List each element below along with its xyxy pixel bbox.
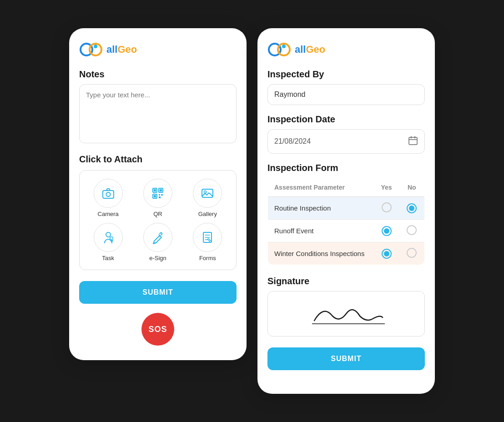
row-parameter-2: Runoff Event [268, 220, 374, 242]
esign-label: e-Sign [149, 255, 166, 261]
svg-rect-12 [161, 194, 163, 196]
inspected-by-value: Raymond [274, 90, 305, 99]
inspection-date-label: Inspection Date [267, 114, 425, 125]
radio-yes-2[interactable] [382, 226, 392, 236]
row-no-1[interactable] [399, 197, 425, 220]
right-phone-card: allGeo Inspected By Raymond Inspection D… [257, 28, 435, 394]
task-label: Task [102, 255, 114, 261]
table-row: Runoff Event [268, 220, 425, 242]
esign-circle [143, 223, 172, 252]
svg-point-2 [94, 45, 97, 48]
attach-gallery[interactable]: Gallery [186, 179, 230, 217]
qr-icon [151, 186, 165, 201]
task-icon [101, 230, 116, 245]
logo-right: allGeo [267, 41, 425, 58]
svg-point-15 [204, 191, 207, 193]
attach-forms[interactable]: Forms [186, 223, 230, 261]
radio-yes-1[interactable] [382, 202, 392, 212]
row-yes-3[interactable] [374, 242, 399, 265]
svg-rect-9 [160, 189, 162, 191]
sos-button[interactable]: SOS [141, 313, 174, 346]
radio-no-1[interactable] [407, 203, 417, 213]
inspected-by-field[interactable]: Raymond [267, 84, 425, 105]
camera-circle [94, 179, 123, 208]
svg-point-4 [106, 192, 110, 196]
sos-container: SOS [79, 313, 237, 346]
row-no-3[interactable] [399, 242, 425, 265]
allgeo-logo-icon-right [267, 41, 291, 58]
logo-text-right: allGeo [295, 44, 325, 55]
inspection-date-field[interactable]: 21/08/2024 [267, 129, 425, 154]
svg-point-16 [106, 232, 111, 237]
logo-text-left: allGeo [106, 44, 137, 55]
radio-inner-yes-3 [384, 251, 389, 256]
gallery-icon [200, 186, 215, 201]
radio-inner-no-1 [409, 206, 414, 211]
forms-circle [193, 223, 222, 252]
radio-inner-yes-2 [384, 228, 389, 234]
qr-label: QR [153, 211, 162, 217]
attach-box: Camera [79, 170, 237, 270]
inspection-table: Assessment Parameter Yes No Routine Insp… [267, 178, 425, 265]
attach-task[interactable]: Task [86, 223, 130, 261]
attach-label: Click to Attach [79, 154, 237, 165]
signature-label: Signature [267, 276, 425, 286]
row-parameter-3: Winter Conditions Inspections [268, 242, 374, 265]
table-row: Routine Inspection [268, 197, 425, 220]
table-row: Winter Conditions Inspections [268, 242, 425, 265]
signature-box[interactable] [267, 291, 425, 337]
svg-rect-8 [154, 189, 156, 191]
camera-label: Camera [98, 211, 119, 217]
gallery-circle [193, 179, 222, 208]
inspection-date-value: 21/08/2024 [274, 137, 311, 146]
esign-icon [151, 230, 165, 245]
col-header-parameter: Assessment Parameter [268, 178, 374, 197]
row-yes-2[interactable] [374, 220, 399, 242]
inspected-by-label: Inspected By [267, 69, 425, 80]
svg-rect-11 [159, 194, 160, 196]
submit-button-left[interactable]: SUBMIT [79, 281, 237, 304]
forms-icon [200, 230, 215, 245]
radio-yes-3[interactable] [382, 249, 392, 259]
svg-rect-25 [409, 137, 417, 145]
row-no-2[interactable] [399, 220, 425, 242]
svg-rect-3 [103, 191, 114, 198]
col-header-no: No [399, 178, 425, 197]
row-parameter-1: Routine Inspection [268, 197, 374, 220]
svg-rect-14 [202, 189, 213, 197]
attach-esign[interactable]: e-Sign [136, 223, 180, 261]
row-yes-1[interactable] [374, 197, 399, 220]
forms-label: Forms [199, 255, 216, 261]
task-circle [94, 223, 123, 252]
radio-no-3[interactable] [407, 248, 417, 258]
attach-camera[interactable]: Camera [86, 179, 130, 217]
gallery-label: Gallery [198, 211, 217, 217]
signature-svg [301, 296, 392, 332]
calendar-icon [408, 136, 418, 147]
radio-no-2[interactable] [407, 225, 417, 235]
qr-circle [143, 179, 172, 208]
logo-left: allGeo [79, 41, 237, 58]
svg-rect-10 [154, 195, 156, 197]
allgeo-logo-icon-left [79, 41, 103, 58]
submit-button-right[interactable]: SUBMIT [267, 347, 425, 370]
app-wrapper: allGeo Notes Click to Attach [51, 10, 453, 412]
camera-icon [101, 186, 116, 201]
notes-textarea[interactable] [79, 84, 237, 143]
attach-grid: Camera [86, 179, 230, 261]
svg-point-24 [282, 45, 286, 48]
attach-qr[interactable]: QR [136, 179, 180, 217]
svg-rect-13 [159, 196, 161, 198]
col-header-yes: Yes [374, 178, 399, 197]
inspection-form-label: Inspection Form [267, 163, 425, 173]
notes-label: Notes [79, 69, 237, 80]
left-phone-card: allGeo Notes Click to Attach [69, 28, 247, 360]
